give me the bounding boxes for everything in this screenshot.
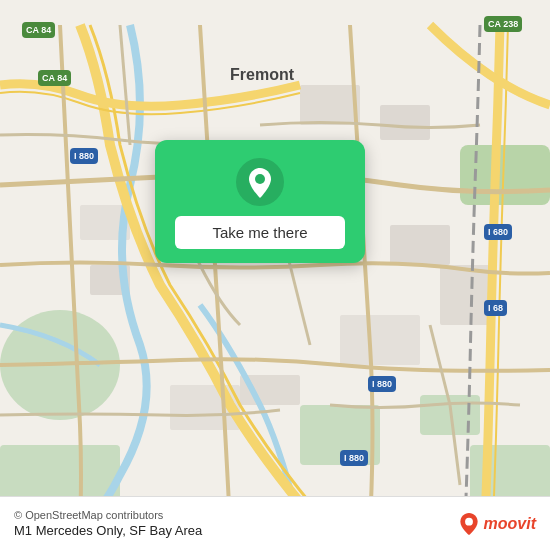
highway-badge-i68: I 68 xyxy=(484,300,507,316)
highway-badge-i680: I 680 xyxy=(484,224,512,240)
svg-point-17 xyxy=(255,174,265,184)
osm-attribution: © OpenStreetMap contributors xyxy=(14,509,202,521)
svg-point-18 xyxy=(465,517,473,525)
location-pin-icon xyxy=(236,158,284,206)
svg-rect-10 xyxy=(340,315,420,365)
highway-badge-i880-2: I 880 xyxy=(368,376,396,392)
highway-badge-i880-1: I 880 xyxy=(70,148,98,164)
action-card: Take me there xyxy=(155,140,365,263)
svg-rect-6 xyxy=(300,85,360,125)
moovit-brand-text: moovit xyxy=(484,515,536,533)
moovit-logo: moovit xyxy=(458,513,536,535)
highway-badge-i880-3: I 880 xyxy=(340,450,368,466)
svg-rect-12 xyxy=(440,265,490,325)
highway-badge-ca238: CA 238 xyxy=(484,16,522,32)
svg-rect-11 xyxy=(390,225,450,265)
take-me-there-button[interactable]: Take me there xyxy=(175,216,345,249)
svg-rect-7 xyxy=(380,105,430,140)
highway-badge-ca84-2: CA 84 xyxy=(38,70,71,86)
svg-text:Fremont: Fremont xyxy=(230,66,295,83)
highway-badge-ca84-1: CA 84 xyxy=(22,22,55,38)
bottom-bar: © OpenStreetMap contributors M1 Mercedes… xyxy=(0,496,550,550)
moovit-pin-icon xyxy=(458,513,480,535)
location-name: M1 Mercedes Only, SF Bay Area xyxy=(14,523,202,538)
map-svg: Fremont xyxy=(0,0,550,550)
map-container: Fremont CA 84 CA 84 I 880 I 880 I 880 I … xyxy=(0,0,550,550)
